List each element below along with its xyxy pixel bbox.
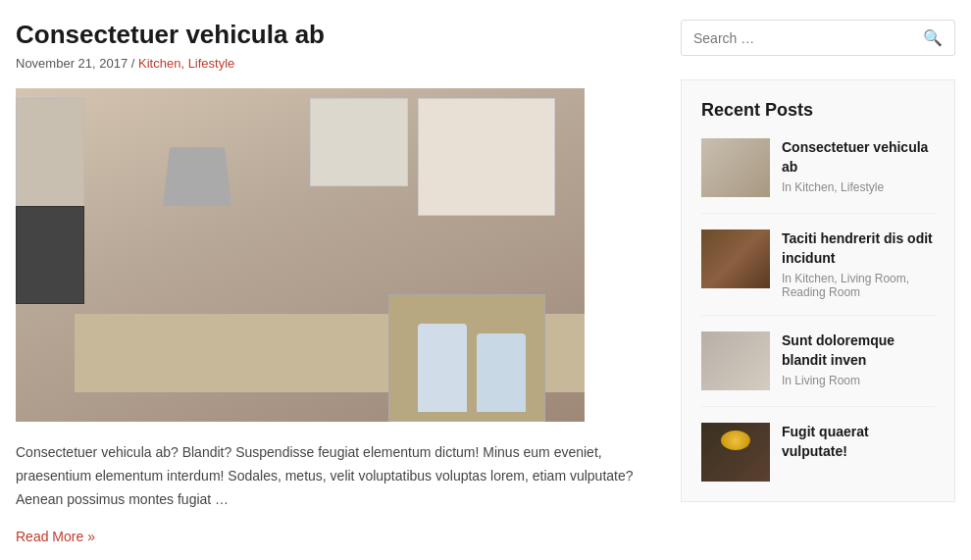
kitchen-decor bbox=[418, 324, 467, 412]
recent-post-cats-1: In Kitchen, Lifestyle bbox=[782, 180, 935, 194]
recent-post-item-1[interactable]: Consectetuer vehicula ab In Kitchen, Lif… bbox=[701, 138, 935, 214]
recent-post-info-1: Consectetuer vehicula ab In Kitchen, Lif… bbox=[782, 138, 935, 197]
post-date: November 21, 2017 bbox=[16, 56, 128, 71]
kitchen-decor bbox=[310, 98, 408, 186]
recent-post-title-3: Sunt doloremque blandit inven bbox=[782, 331, 935, 370]
thumb-image-4 bbox=[701, 423, 770, 482]
recent-post-title-4: Fugit quaerat vulputate! bbox=[782, 423, 935, 461]
post-meta: November 21, 2017 / Kitchen, Lifestyle bbox=[16, 56, 641, 71]
main-content: Consectetuer vehicula ab November 21, 20… bbox=[16, 20, 641, 544]
recent-post-title-1: Consectetuer vehicula ab bbox=[782, 138, 935, 177]
recent-post-item-2[interactable]: Taciti hendrerit dis odit incidunt In Ki… bbox=[701, 229, 935, 316]
thumb-image-3 bbox=[701, 331, 770, 390]
recent-post-thumb-1 bbox=[701, 138, 770, 197]
recent-post-title-2: Taciti hendrerit dis odit incidunt bbox=[782, 229, 935, 268]
recent-post-info-3: Sunt doloremque blandit inven In Living … bbox=[782, 331, 935, 390]
recent-post-cats-2: In Kitchen, Living Room, Reading Room bbox=[782, 272, 935, 299]
sidebar: 🔍 Recent Posts Consectetuer vehicula ab … bbox=[681, 20, 955, 544]
recent-post-item-3[interactable]: Sunt doloremque blandit inven In Living … bbox=[701, 331, 935, 407]
kitchen-decor bbox=[477, 333, 526, 412]
search-box: 🔍 bbox=[681, 20, 955, 56]
kitchen-decor bbox=[16, 206, 84, 304]
thumb-image-1 bbox=[701, 138, 770, 197]
recent-post-info-4: Fugit quaerat vulputate! bbox=[782, 423, 935, 482]
kitchen-decor bbox=[418, 98, 555, 216]
search-icon[interactable]: 🔍 bbox=[923, 28, 943, 47]
thumb-image-2 bbox=[701, 229, 770, 288]
search-input[interactable] bbox=[693, 30, 923, 46]
recent-post-thumb-4 bbox=[701, 423, 770, 482]
widget-title: Recent Posts bbox=[701, 100, 935, 121]
post-excerpt: Consectetuer vehicula ab? Blandit? Suspe… bbox=[16, 441, 641, 511]
post-slash: / bbox=[131, 56, 138, 71]
recent-post-info-2: Taciti hendrerit dis odit incidunt In Ki… bbox=[782, 229, 935, 299]
recent-post-thumb-3 bbox=[701, 331, 770, 390]
recent-post-thumb-2 bbox=[701, 229, 770, 288]
kitchen-decor bbox=[163, 147, 231, 206]
post-categories: Kitchen, Lifestyle bbox=[138, 56, 234, 71]
post-title: Consectetuer vehicula ab bbox=[16, 20, 641, 50]
page-wrapper: Consectetuer vehicula ab November 21, 20… bbox=[0, 0, 971, 560]
recent-post-cats-3: In Living Room bbox=[782, 374, 935, 387]
recent-posts-widget: Recent Posts Consectetuer vehicula ab In… bbox=[681, 79, 955, 502]
recent-post-item-4[interactable]: Fugit quaerat vulputate! bbox=[701, 423, 935, 482]
post-featured-image bbox=[16, 88, 585, 422]
read-more-link[interactable]: Read More » bbox=[16, 529, 95, 544]
